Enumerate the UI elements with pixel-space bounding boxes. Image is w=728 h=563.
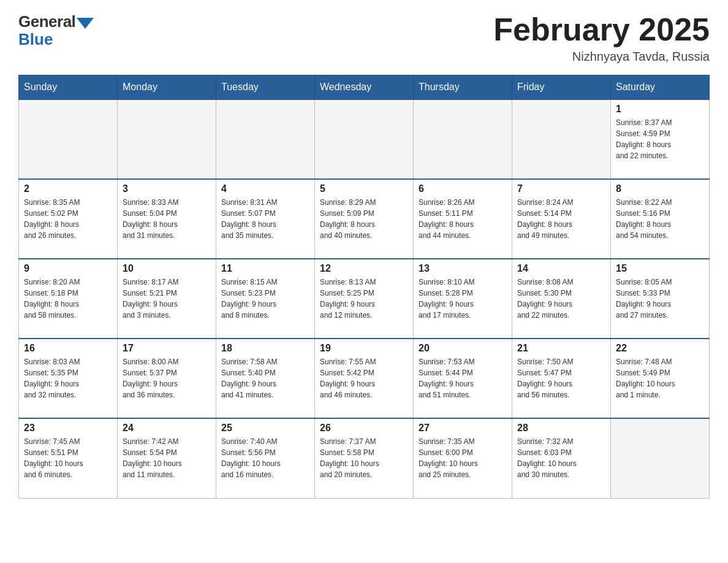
calendar-cell [512,99,611,179]
calendar-cell: 25Sunrise: 7:40 AMSunset: 5:56 PMDayligh… [216,418,315,498]
day-number: 21 [517,343,605,354]
day-number: 27 [419,423,507,434]
day-info: Sunrise: 7:50 AMSunset: 5:47 PMDaylight:… [517,356,605,400]
calendar-cell: 21Sunrise: 7:50 AMSunset: 5:47 PMDayligh… [512,339,611,418]
day-number: 14 [517,263,605,274]
weekday-header-thursday: Thursday [414,75,512,100]
calendar-cell: 13Sunrise: 8:10 AMSunset: 5:28 PMDayligh… [414,259,512,339]
day-number: 9 [24,263,112,274]
day-number: 5 [320,183,408,194]
calendar-cell: 6Sunrise: 8:26 AMSunset: 5:11 PMDaylight… [414,179,512,259]
day-number: 25 [221,423,309,434]
calendar-cell: 14Sunrise: 8:08 AMSunset: 5:30 PMDayligh… [512,259,611,339]
day-number: 13 [419,263,507,274]
day-number: 20 [419,343,507,354]
weekday-header-tuesday: Tuesday [216,75,315,100]
day-number: 17 [123,343,211,354]
day-info: Sunrise: 7:48 AMSunset: 5:49 PMDaylight:… [616,356,704,400]
weekday-header-friday: Friday [512,75,611,100]
month-title: February 2025 [493,12,710,47]
day-number: 24 [123,423,211,434]
calendar-cell: 23Sunrise: 7:45 AMSunset: 5:51 PMDayligh… [19,418,118,498]
calendar-cell: 26Sunrise: 7:37 AMSunset: 5:58 PMDayligh… [315,418,414,498]
calendar-cell: 12Sunrise: 8:13 AMSunset: 5:25 PMDayligh… [315,259,414,339]
day-info: Sunrise: 7:42 AMSunset: 5:54 PMDaylight:… [123,436,211,480]
day-info: Sunrise: 8:37 AMSunset: 4:59 PMDaylight:… [616,117,704,161]
day-info: Sunrise: 8:17 AMSunset: 5:21 PMDaylight:… [123,277,211,321]
week-row-3: 9Sunrise: 8:20 AMSunset: 5:18 PMDaylight… [19,259,710,339]
calendar-cell: 11Sunrise: 8:15 AMSunset: 5:23 PMDayligh… [216,259,315,339]
calendar-cell: 20Sunrise: 7:53 AMSunset: 5:44 PMDayligh… [414,339,512,418]
day-info: Sunrise: 8:03 AMSunset: 5:35 PMDaylight:… [24,356,112,400]
day-info: Sunrise: 7:45 AMSunset: 5:51 PMDaylight:… [24,436,112,480]
calendar-cell: 10Sunrise: 8:17 AMSunset: 5:21 PMDayligh… [118,259,216,339]
calendar-cell: 4Sunrise: 8:31 AMSunset: 5:07 PMDaylight… [216,179,315,259]
day-info: Sunrise: 8:22 AMSunset: 5:16 PMDaylight:… [616,197,704,241]
day-info: Sunrise: 8:20 AMSunset: 5:18 PMDaylight:… [24,277,112,321]
logo: General Blue [18,12,94,49]
location-subtitle: Nizhnyaya Tavda, Russia [493,50,710,64]
day-info: Sunrise: 8:00 AMSunset: 5:37 PMDaylight:… [123,356,211,400]
day-info: Sunrise: 8:29 AMSunset: 5:09 PMDaylight:… [320,197,408,241]
day-number: 26 [320,423,408,434]
week-row-2: 2Sunrise: 8:35 AMSunset: 5:02 PMDaylight… [19,179,710,259]
day-number: 8 [616,183,704,194]
page-header: General Blue February 2025 Nizhnyaya Tav… [18,12,710,64]
day-info: Sunrise: 8:08 AMSunset: 5:30 PMDaylight:… [517,277,605,321]
logo-arrow-icon [77,18,94,29]
day-info: Sunrise: 8:24 AMSunset: 5:14 PMDaylight:… [517,197,605,241]
calendar-cell: 22Sunrise: 7:48 AMSunset: 5:49 PMDayligh… [611,339,710,418]
day-info: Sunrise: 7:53 AMSunset: 5:44 PMDaylight:… [419,356,507,400]
day-number: 7 [517,183,605,194]
calendar-cell: 15Sunrise: 8:05 AMSunset: 5:33 PMDayligh… [611,259,710,339]
weekday-header-saturday: Saturday [611,75,710,100]
day-number: 19 [320,343,408,354]
week-row-4: 16Sunrise: 8:03 AMSunset: 5:35 PMDayligh… [19,339,710,418]
title-area: February 2025 Nizhnyaya Tavda, Russia [493,12,710,64]
calendar-cell [216,99,315,179]
day-info: Sunrise: 7:40 AMSunset: 5:56 PMDaylight:… [221,436,309,480]
day-info: Sunrise: 7:55 AMSunset: 5:42 PMDaylight:… [320,356,408,400]
weekday-header-sunday: Sunday [19,75,118,100]
calendar-cell: 17Sunrise: 8:00 AMSunset: 5:37 PMDayligh… [118,339,216,418]
calendar-cell [19,99,118,179]
calendar-cell [118,99,216,179]
calendar-table: SundayMondayTuesdayWednesdayThursdayFrid… [18,75,710,499]
calendar-cell: 2Sunrise: 8:35 AMSunset: 5:02 PMDaylight… [19,179,118,259]
calendar-cell: 18Sunrise: 7:58 AMSunset: 5:40 PMDayligh… [216,339,315,418]
weekday-header-row: SundayMondayTuesdayWednesdayThursdayFrid… [19,75,710,100]
day-number: 22 [616,343,704,354]
day-info: Sunrise: 8:35 AMSunset: 5:02 PMDaylight:… [24,197,112,241]
week-row-5: 23Sunrise: 7:45 AMSunset: 5:51 PMDayligh… [19,418,710,498]
day-info: Sunrise: 8:13 AMSunset: 5:25 PMDaylight:… [320,277,408,321]
calendar-cell [414,99,512,179]
day-info: Sunrise: 8:31 AMSunset: 5:07 PMDaylight:… [221,197,309,241]
day-number: 2 [24,183,112,194]
day-number: 4 [221,183,309,194]
logo-general-text: General [18,12,75,31]
day-info: Sunrise: 7:58 AMSunset: 5:40 PMDaylight:… [221,356,309,400]
day-info: Sunrise: 8:26 AMSunset: 5:11 PMDaylight:… [419,197,507,241]
day-number: 10 [123,263,211,274]
calendar-cell [315,99,414,179]
week-row-1: 1Sunrise: 8:37 AMSunset: 4:59 PMDaylight… [19,99,710,179]
logo-blue-text: Blue [18,30,53,49]
day-info: Sunrise: 8:15 AMSunset: 5:23 PMDaylight:… [221,277,309,321]
calendar-cell: 19Sunrise: 7:55 AMSunset: 5:42 PMDayligh… [315,339,414,418]
calendar-cell: 24Sunrise: 7:42 AMSunset: 5:54 PMDayligh… [118,418,216,498]
day-number: 3 [123,183,211,194]
day-number: 11 [221,263,309,274]
day-number: 15 [616,263,704,274]
day-number: 12 [320,263,408,274]
weekday-header-wednesday: Wednesday [315,75,414,100]
calendar-cell: 9Sunrise: 8:20 AMSunset: 5:18 PMDaylight… [19,259,118,339]
day-number: 6 [419,183,507,194]
calendar-cell: 5Sunrise: 8:29 AMSunset: 5:09 PMDaylight… [315,179,414,259]
calendar-cell: 27Sunrise: 7:35 AMSunset: 6:00 PMDayligh… [414,418,512,498]
day-number: 18 [221,343,309,354]
day-number: 1 [616,104,704,115]
day-number: 28 [517,423,605,434]
calendar-cell: 8Sunrise: 8:22 AMSunset: 5:16 PMDaylight… [611,179,710,259]
day-number: 23 [24,423,112,434]
day-info: Sunrise: 7:37 AMSunset: 5:58 PMDaylight:… [320,436,408,480]
